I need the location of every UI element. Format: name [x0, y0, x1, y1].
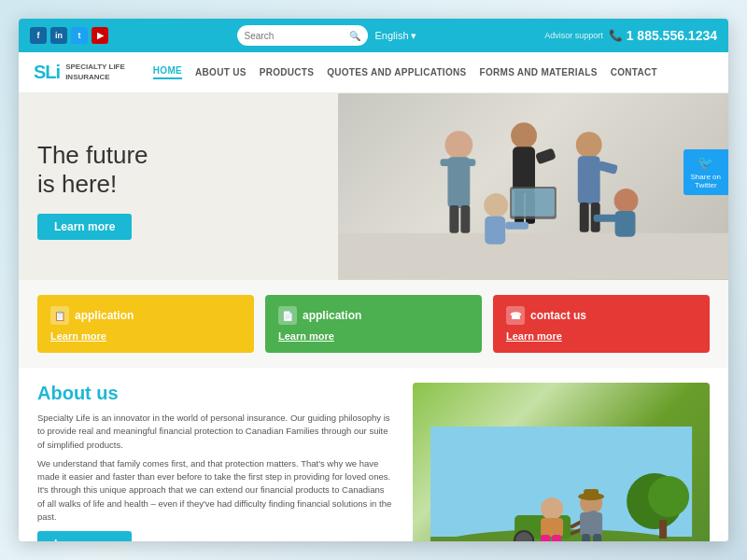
logo-text: SPECIALTY LIFE INSURANCE: [65, 63, 125, 82]
top-bar-right: Advisor support 📞 1 885.556.1234: [544, 28, 717, 43]
logo-sli: SLi: [34, 62, 60, 83]
top-bar: f in t ▶ 🔍 English ▾ Advisor support 📞 1…: [19, 19, 728, 52]
nav-links: HOME ABOUT US PRODUCTS QUOTES AND APPLIC…: [153, 65, 657, 79]
svg-rect-13: [578, 156, 600, 204]
svg-rect-37: [541, 535, 550, 541]
svg-rect-24: [512, 189, 555, 217]
facebook-icon[interactable]: f: [30, 27, 47, 44]
nav-bar: SLi SPECIALTY LIFE INSURANCE HOME ABOUT …: [19, 52, 728, 93]
about-image-placeholder: [413, 383, 710, 541]
cta-card-title-2: application: [303, 309, 361, 322]
svg-rect-5: [449, 205, 458, 233]
linkedin-icon[interactable]: in: [50, 27, 67, 44]
about-learn-more-button[interactable]: Learn more: [37, 531, 132, 541]
phone-number: 📞 1 885.556.1234: [609, 28, 717, 43]
cta-learn-more-2[interactable]: Learn more: [278, 330, 469, 342]
nr-application-icon: 📄: [278, 306, 297, 325]
cta-learn-more-3[interactable]: Learn more: [506, 330, 697, 342]
cta-card-io-application: 📋 application Learn more: [37, 295, 254, 353]
twitter-share-label: Share onTwitter: [691, 173, 721, 189]
nav-quotes[interactable]: QUOTES AND APPLICATIONS: [327, 67, 466, 77]
cta-learn-more-1[interactable]: Learn more: [50, 330, 241, 342]
main-content: The future is here! Learn more: [19, 93, 728, 541]
hero-text-area: The future is here! Learn more: [19, 93, 338, 280]
svg-point-7: [511, 122, 537, 148]
svg-rect-8: [513, 147, 535, 193]
svg-rect-43: [584, 489, 599, 497]
browser-window: f in t ▶ 🔍 English ▾ Advisor support 📞 1…: [19, 19, 728, 541]
hero-learn-more-button[interactable]: Learn more: [37, 214, 132, 240]
twitter-share-button[interactable]: 🐦 Share onTwitter: [684, 149, 728, 195]
phone-icon: 📞: [609, 29, 623, 42]
svg-rect-15: [580, 203, 589, 232]
svg-rect-9: [535, 147, 557, 164]
nav-home[interactable]: HOME: [153, 65, 182, 79]
about-text: About us Specialty Life is an innovator …: [37, 383, 394, 541]
hero-image: 🐦 Share onTwitter: [338, 93, 728, 280]
search-box[interactable]: 🔍: [237, 25, 368, 46]
svg-rect-38: [552, 535, 561, 541]
cta-card-title-3: contact us: [530, 309, 586, 322]
svg-rect-36: [541, 518, 563, 537]
cta-section: 📋 application Learn more 📄 application L…: [19, 280, 728, 368]
cta-card-nr-application: 📄 application Learn more: [265, 295, 482, 353]
svg-point-17: [484, 193, 508, 217]
nav-products[interactable]: PRODUCTS: [260, 67, 315, 77]
about-title: About us: [37, 383, 394, 404]
cta-card-header-3: ☎ contact us: [506, 306, 697, 325]
nav-about[interactable]: ABOUT US: [195, 67, 247, 77]
svg-rect-44: [582, 534, 590, 541]
svg-point-20: [614, 189, 639, 213]
cta-card-contact: ☎ contact us Learn more: [493, 295, 710, 353]
svg-rect-6: [460, 205, 470, 233]
hero-image-placeholder: [338, 93, 728, 280]
svg-point-32: [514, 531, 533, 541]
twitter-bird-icon: 🐦: [698, 155, 713, 170]
hero-section: The future is here! Learn more: [19, 93, 728, 280]
about-image: [413, 383, 710, 541]
io-application-icon: 📋: [50, 306, 69, 325]
social-icons-group: f in t ▶: [30, 27, 108, 44]
cta-card-header-1: 📋 application: [50, 306, 241, 325]
people-group-illustration: [338, 93, 728, 280]
search-icon: 🔍: [349, 31, 360, 41]
svg-rect-45: [593, 534, 601, 541]
youtube-icon[interactable]: ▶: [92, 27, 108, 44]
logo-area: SLi SPECIALTY LIFE INSURANCE: [34, 62, 125, 83]
svg-rect-19: [505, 222, 529, 230]
about-body: Specialty Life is an innovator in the wo…: [37, 412, 394, 524]
advisor-label: Advisor support: [544, 31, 603, 41]
top-bar-center: 🔍 English ▾: [237, 25, 416, 46]
svg-rect-14: [598, 161, 618, 175]
nav-forms[interactable]: FORMS AND MATERIALS: [480, 67, 598, 77]
svg-rect-21: [615, 211, 636, 237]
svg-point-1: [444, 131, 472, 159]
svg-rect-4: [458, 159, 475, 166]
cta-card-header-2: 📄 application: [278, 306, 469, 325]
twitter-icon[interactable]: t: [71, 27, 88, 44]
garden-scene: [413, 427, 710, 541]
hero-title: The future is here!: [37, 141, 319, 199]
language-selector[interactable]: English ▾: [375, 30, 416, 42]
svg-rect-0: [338, 233, 728, 280]
svg-point-29: [648, 476, 689, 517]
svg-point-12: [576, 132, 602, 158]
svg-rect-18: [485, 217, 505, 245]
nav-contact[interactable]: CONTACT: [611, 67, 657, 77]
search-input[interactable]: [245, 31, 345, 41]
svg-rect-30: [659, 520, 667, 539]
cta-card-title-1: application: [75, 309, 134, 322]
svg-rect-22: [594, 215, 617, 222]
svg-rect-3: [440, 159, 457, 166]
about-section: About us Specialty Life is an innovator …: [19, 368, 728, 541]
contact-icon: ☎: [506, 306, 525, 325]
svg-point-35: [541, 497, 563, 520]
